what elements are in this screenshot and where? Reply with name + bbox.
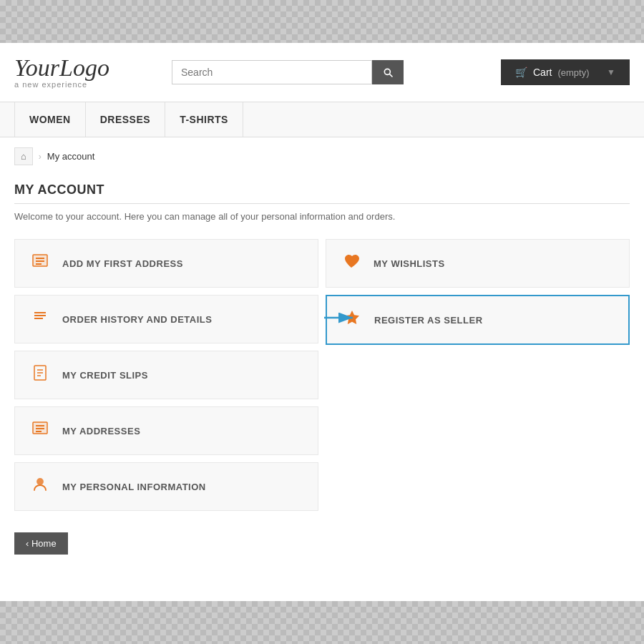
logo[interactable]: YourLogo a new experience: [14, 56, 157, 89]
breadcrumb-separator: ›: [39, 152, 42, 162]
account-grid: ADD MY FIRST ADDRESS ORDER HISTORY AND D…: [14, 239, 630, 511]
nav-women[interactable]: WOMEN: [14, 102, 86, 137]
main-content: MY ACCOUNT Welcome to your account. Here…: [0, 175, 644, 576]
personal-info-icon: [29, 476, 51, 497]
tile-register-seller-label: REGISTER AS SELLER: [374, 315, 483, 326]
breadcrumb-current: My account: [47, 151, 94, 162]
left-column: ADD MY FIRST ADDRESS ORDER HISTORY AND D…: [14, 239, 318, 511]
page-title: MY ACCOUNT: [14, 182, 630, 204]
tile-order-history-label: ORDER HISTORY AND DETAILS: [62, 314, 212, 325]
welcome-text: Welcome to your account. Here you can ma…: [14, 211, 630, 222]
tile-my-addresses-label: MY ADDRESSES: [62, 426, 140, 436]
add-address-icon: [29, 253, 51, 274]
cart-label: Cart: [533, 67, 552, 78]
tile-order-history[interactable]: ORDER HISTORY AND DETAILS: [14, 295, 318, 343]
svg-point-19: [37, 479, 43, 484]
arrow-annotation: [323, 311, 358, 328]
order-history-wrapper: ORDER HISTORY AND DETAILS: [14, 295, 318, 343]
search-button[interactable]: [372, 60, 404, 84]
arrow-svg: [323, 311, 358, 325]
logo-sub: a new experience: [14, 80, 157, 89]
tile-wishlists-label: MY WISHLISTS: [374, 258, 445, 269]
cart-status: (empty): [557, 67, 589, 78]
tile-wishlists[interactable]: MY WISHLISTS: [326, 239, 630, 288]
search-icon: [382, 67, 394, 78]
cart-button[interactable]: 🛒 Cart (empty) ▼: [501, 59, 630, 85]
credit-slips-icon: [29, 364, 51, 386]
wishlists-icon: [341, 253, 362, 274]
tile-credit-slips[interactable]: MY CREDIT SLIPS: [14, 351, 318, 399]
home-button[interactable]: ‹ Home: [14, 532, 68, 555]
home-icon: ⌂: [21, 151, 26, 162]
cart-icon: 🛒: [515, 67, 527, 78]
search-input[interactable]: [172, 60, 372, 84]
cart-dropdown-icon: ▼: [607, 67, 615, 77]
my-addresses-icon: [29, 420, 51, 441]
logo-text: YourLogo: [14, 56, 157, 80]
nav-bar: WOMEN DRESSES T-SHIRTS: [0, 102, 644, 137]
header: YourLogo a new experience 🛒 Cart (empty)…: [0, 43, 644, 102]
tile-credit-slips-label: MY CREDIT SLIPS: [62, 370, 148, 381]
search-area: [172, 60, 487, 84]
tile-add-address-label: ADD MY FIRST ADDRESS: [62, 258, 183, 269]
breadcrumb-home[interactable]: ⌂: [14, 147, 33, 165]
tile-my-addresses[interactable]: MY ADDRESSES: [14, 406, 318, 455]
breadcrumb: ⌂ › My account: [0, 137, 644, 175]
nav-tshirts[interactable]: T-SHIRTS: [165, 102, 243, 137]
cart-area: 🛒 Cart (empty) ▼: [501, 59, 630, 85]
tile-personal-info[interactable]: MY PERSONAL INFORMATION: [14, 462, 318, 511]
tile-personal-info-label: MY PERSONAL INFORMATION: [62, 482, 206, 492]
right-column: MY WISHLISTS REGISTER AS SELLER: [326, 239, 630, 345]
nav-dresses[interactable]: DRESSES: [86, 102, 165, 137]
tile-register-seller[interactable]: REGISTER AS SELLER: [326, 295, 630, 345]
tile-add-address[interactable]: ADD MY FIRST ADDRESS: [14, 239, 318, 288]
order-history-icon: [29, 308, 51, 330]
home-btn-label: ‹ Home: [26, 538, 57, 549]
